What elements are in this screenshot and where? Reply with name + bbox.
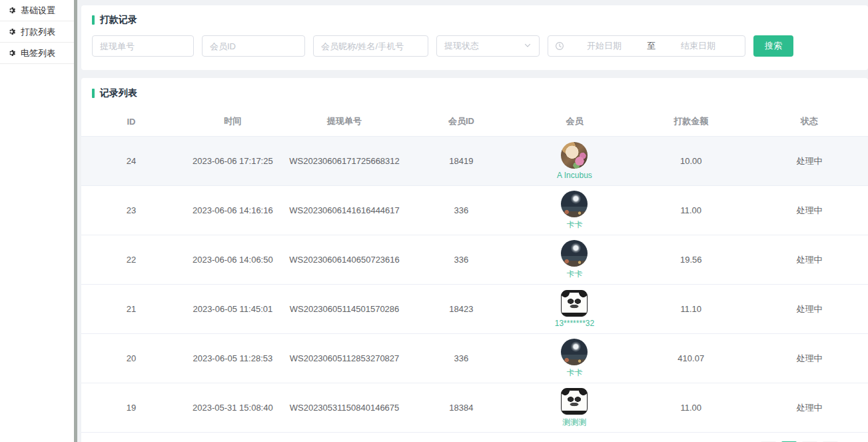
cell-amount: 11.00 [632, 186, 751, 235]
col-header-status: 状态 [751, 107, 868, 137]
cell-id: 21 [81, 285, 181, 334]
cell-id: 24 [81, 137, 181, 186]
cell-time: 2023-06-06 17:17:25 [181, 137, 284, 186]
cell-member-id: 336 [404, 334, 518, 383]
table-row[interactable]: 242023-06-06 17:17:25WS20230606171725668… [81, 137, 868, 186]
sidebar-item-esign-list[interactable]: 电签列表 [0, 43, 74, 64]
gear-icon [7, 49, 16, 57]
withdraw-status-placeholder: 提现状态 [444, 40, 479, 52]
member-name-link[interactable]: A Incubus [557, 171, 592, 180]
member-avatar [561, 339, 588, 365]
records-card: 记录列表 ID 时间 提现单号 会员ID 会员 打款金额 状态 [81, 78, 868, 442]
filter-row: 提现状态 开始日期 至 结束日期 搜索 [92, 35, 857, 57]
col-header-amount: 打款金额 [632, 107, 751, 137]
member-name-link[interactable]: 卡卡 [566, 367, 582, 379]
records-section-title: 记录列表 [81, 87, 868, 99]
table-row[interactable]: 232023-06-06 14:16:16WS20230606141616444… [81, 186, 868, 235]
cell-id: 22 [81, 235, 181, 285]
clock-icon [555, 41, 564, 51]
pagination: 1 2 [81, 433, 868, 442]
cell-member-id: 336 [404, 235, 518, 285]
cell-amount: 410.07 [632, 334, 751, 383]
member-info-input[interactable] [313, 35, 428, 57]
cell-time: 2023-05-31 15:08:40 [181, 383, 284, 433]
table-header-row: ID 时间 提现单号 会员ID 会员 打款金额 状态 [81, 107, 868, 137]
cell-member: 卡卡 [518, 334, 631, 383]
records-title-text: 记录列表 [100, 87, 137, 99]
col-header-id: ID [81, 107, 181, 137]
member-avatar [561, 388, 588, 415]
cell-status: 处理中 [751, 186, 868, 235]
cell-order-no: WS20230531150840146675 [284, 383, 405, 433]
member-name-link[interactable]: 13*******32 [555, 319, 594, 328]
member-avatar [561, 142, 588, 169]
search-button[interactable]: 搜索 [753, 35, 793, 57]
cell-member: 测测测 [518, 383, 631, 433]
cell-status: 处理中 [751, 334, 868, 383]
cell-status: 处理中 [751, 137, 868, 186]
cell-member-id: 18384 [404, 383, 518, 433]
records-table: ID 时间 提现单号 会员ID 会员 打款金额 状态 242023-06-06 … [81, 107, 868, 433]
gear-icon [7, 6, 16, 15]
cell-member: 13*******32 [518, 285, 631, 334]
sidebar-item-label: 基础设置 [21, 5, 55, 17]
col-header-order-no: 提现单号 [284, 107, 405, 137]
cell-amount: 10.00 [632, 137, 751, 186]
filter-section-title: 打款记录 [92, 14, 857, 26]
table-row[interactable]: 222023-06-06 14:06:50WS20230606140650723… [81, 235, 868, 285]
col-header-member: 会员 [518, 107, 631, 137]
sidebar-item-label: 打款列表 [21, 26, 55, 38]
filter-title-text: 打款记录 [100, 14, 137, 26]
member-avatar [561, 191, 588, 217]
sidebar-item-label: 电签列表 [21, 47, 55, 59]
cell-member: 卡卡 [518, 235, 631, 285]
cell-member-id: 18423 [404, 285, 518, 334]
cell-member: A Incubus [518, 137, 631, 186]
cell-order-no: WS20230605112853270827 [284, 334, 405, 383]
table-row[interactable]: 202023-06-05 11:28:53WS20230605112853270… [81, 334, 868, 383]
withdraw-order-no-input[interactable] [92, 35, 194, 57]
cell-order-no: WS20230606171725668312 [284, 137, 405, 186]
cell-time: 2023-06-06 14:06:50 [181, 235, 284, 285]
table-row[interactable]: 212023-06-05 11:45:01WS20230605114501570… [81, 285, 868, 334]
cell-member-id: 18419 [404, 137, 518, 186]
cell-id: 19 [81, 383, 181, 433]
member-avatar [561, 290, 588, 317]
cell-time: 2023-06-05 11:28:53 [181, 334, 284, 383]
sidebar-item-payment-list[interactable]: 打款列表 [0, 21, 74, 43]
withdraw-status-select[interactable]: 提现状态 [436, 35, 540, 57]
main-content: 打款记录 提现状态 开始日期 至 结束日期 [77, 0, 868, 442]
member-name-link[interactable]: 卡卡 [566, 219, 582, 231]
table-row[interactable]: 192023-05-31 15:08:40WS20230531150840146… [81, 383, 868, 433]
cell-order-no: WS20230606141616444617 [284, 186, 405, 235]
cell-status: 处理中 [751, 285, 868, 334]
cell-order-no: WS20230605114501570286 [284, 285, 405, 334]
end-date-placeholder[interactable]: 结束日期 [658, 40, 738, 52]
filter-card: 打款记录 提现状态 开始日期 至 结束日期 [81, 5, 868, 70]
cell-member: 卡卡 [518, 186, 631, 235]
gear-icon [7, 27, 16, 36]
date-separator: 至 [644, 40, 658, 52]
cell-amount: 11.00 [632, 383, 751, 433]
sidebar: 基础设置 打款列表 电签列表 [0, 0, 74, 442]
cell-amount: 19.56 [632, 235, 751, 285]
col-header-member-id: 会员ID [404, 107, 518, 137]
date-range-picker[interactable]: 开始日期 至 结束日期 [548, 35, 745, 57]
cell-time: 2023-06-05 11:45:01 [181, 285, 284, 334]
record-table-body: 242023-06-06 17:17:25WS20230606171725668… [81, 137, 868, 433]
member-id-input[interactable] [202, 35, 305, 57]
accent-bar [92, 89, 95, 98]
member-name-link[interactable]: 测测测 [562, 417, 586, 428]
chevron-down-icon [524, 41, 532, 51]
app: 基础设置 打款列表 电签列表 打款记录 [0, 0, 868, 442]
sidebar-item-basic-settings[interactable]: 基础设置 [0, 0, 74, 21]
col-header-time: 时间 [181, 107, 284, 137]
cell-id: 20 [81, 334, 181, 383]
cell-member-id: 336 [404, 186, 518, 235]
accent-bar [92, 15, 95, 25]
cell-time: 2023-06-06 14:16:16 [181, 186, 284, 235]
cell-amount: 11.10 [632, 285, 751, 334]
member-name-link[interactable]: 卡卡 [566, 269, 582, 280]
start-date-placeholder[interactable]: 开始日期 [564, 40, 644, 52]
cell-id: 23 [81, 186, 181, 235]
